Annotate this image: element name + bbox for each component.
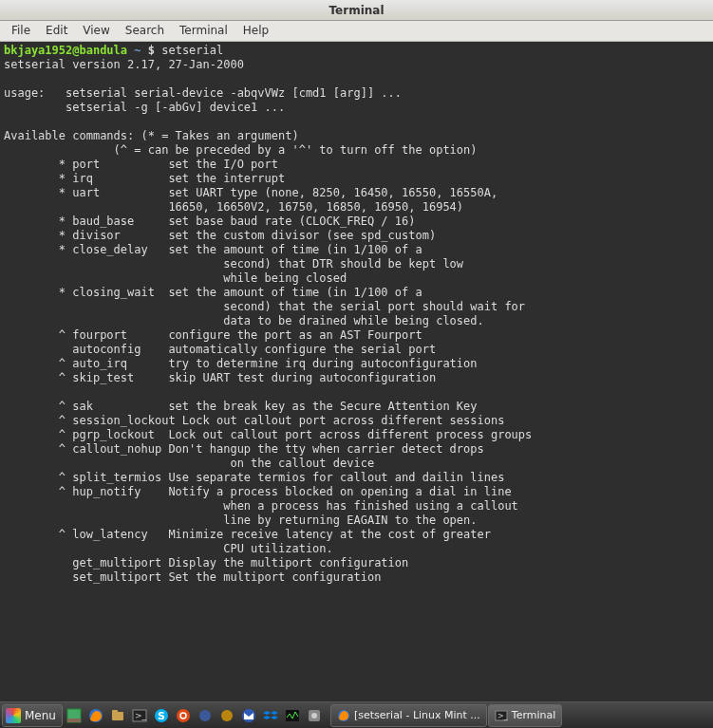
svg-point-16 [311,713,317,719]
start-menu-label: Menu [25,709,56,722]
menu-edit[interactable]: Edit [38,21,75,41]
settings-icon[interactable] [304,705,325,726]
monitor-icon[interactable] [282,705,303,726]
task-label: [setserial - Linux Mint ... [354,709,480,721]
prompt-symbol: $ [148,44,155,57]
prompt-path: ~ [134,44,141,57]
menu-search[interactable]: Search [118,21,172,41]
svg-rect-4 [112,710,118,713]
terminal-launcher-icon[interactable]: >_ [129,705,150,726]
svg-text:>_: >_ [135,711,147,720]
firefox-icon [337,709,350,722]
menubar: File Edit View Search Terminal Help [0,21,713,42]
taskbar: Menu >_ S [setserial - Linux Mint ... >_ [0,701,713,728]
terminal-output-area[interactable]: bkjaya1952@bandula ~ $ setserial setseri… [0,42,713,701]
svg-point-12 [221,710,233,721]
svg-rect-1 [67,719,81,722]
prompt-user-host: bkjaya1952@bandula [4,44,127,57]
start-menu-button[interactable]: Menu [2,704,63,727]
terminal-icon: >_ [495,709,508,722]
svg-rect-3 [112,712,123,720]
files-launcher-icon[interactable] [107,705,128,726]
app-icon-2[interactable] [216,705,237,726]
menu-terminal[interactable]: Terminal [172,21,235,41]
taskbar-task-terminal[interactable]: >_ Terminal [488,704,563,727]
task-label: Terminal [512,709,556,721]
terminal-output-lines: setserial version 2.17, 27-Jan-2000 usag… [4,58,532,584]
menu-view[interactable]: View [75,21,117,41]
svg-point-9 [177,709,190,722]
skype-icon[interactable]: S [151,705,172,726]
mint-logo-icon [6,708,21,723]
menu-file[interactable]: File [4,21,38,41]
svg-text:>_: >_ [497,712,508,720]
taskbar-task-firefox[interactable]: [setserial - Linux Mint ... [330,704,487,727]
ubuntu-icon[interactable] [173,705,194,726]
thunderbird-icon[interactable] [238,705,259,726]
prompt-command: setserial [161,44,223,57]
show-desktop-icon[interactable] [64,705,84,726]
menu-help[interactable]: Help [235,21,276,41]
app-icon-1[interactable] [195,705,216,726]
window-titlebar: Terminal [0,0,713,21]
svg-point-11 [199,710,211,721]
dropbox-icon[interactable] [260,705,281,726]
firefox-launcher-icon[interactable] [85,705,106,726]
window-title: Terminal [328,4,384,17]
svg-text:S: S [158,710,165,722]
